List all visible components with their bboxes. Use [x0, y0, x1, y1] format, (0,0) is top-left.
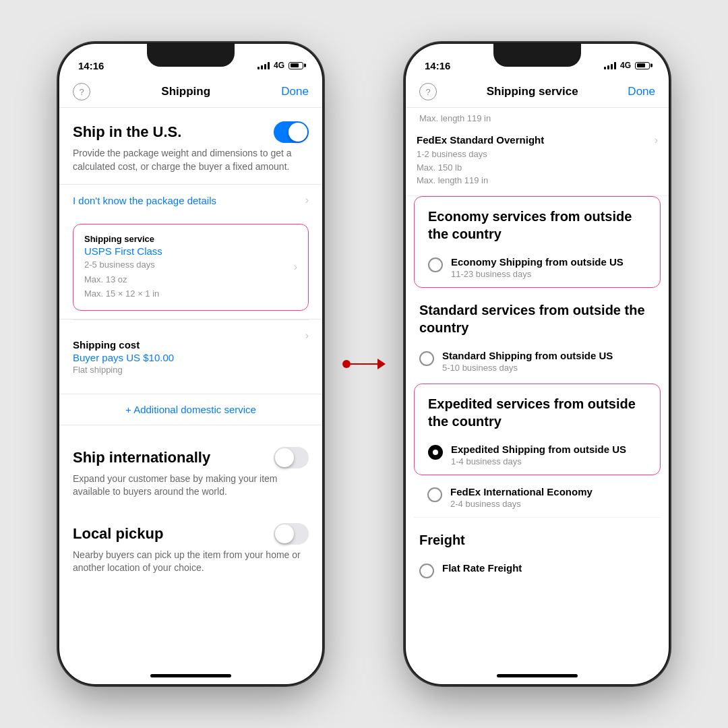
economy-section-header: Economy services from outside the countr…: [415, 197, 660, 248]
cost-value: Buyer pays US $10.00: [73, 352, 174, 363]
help-button-1[interactable]: ?: [73, 83, 90, 100]
done-button-2[interactable]: Done: [628, 85, 655, 98]
shipping-cost-section: Shipping cost Buyer pays US $10.00 Flat …: [59, 319, 322, 394]
local-pickup-title: Local pickup: [73, 525, 163, 543]
economy-section-card: Economy services from outside the countr…: [414, 196, 661, 288]
service-detail-2: Max. 13 oz: [84, 273, 162, 286]
economy-shipping-item[interactable]: Economy Shipping from outside US 11-23 b…: [415, 248, 660, 287]
add-service-button[interactable]: + Additional domestic service: [59, 394, 322, 425]
arrow-dot: [342, 360, 351, 368]
standard-radio[interactable]: [419, 351, 434, 366]
phone-notch-2: [493, 44, 581, 67]
service-label: Shipping service: [84, 234, 162, 244]
arrow-head: [377, 359, 386, 369]
chevron-icon-fedex: ›: [655, 134, 658, 146]
ship-us-desc: Provide the package weight and dimension…: [59, 147, 322, 184]
ship-intl-desc: Expand your customer base by making your…: [59, 473, 322, 510]
nav-title-1: Shipping: [161, 85, 210, 98]
expedited-section-title: Expedited services from outside the coun…: [428, 395, 646, 430]
cost-title: Shipping cost: [73, 330, 174, 351]
freight-radio[interactable]: [419, 564, 434, 578]
expedited-shipping-sub: 1-4 business days: [451, 456, 626, 466]
chevron-icon-package: ›: [305, 194, 309, 206]
fedex-intl-economy-sub: 2-4 business days: [450, 499, 593, 509]
ship-us-title: Ship in the U.S.: [73, 123, 181, 141]
ship-us-header: Ship in the U.S.: [59, 108, 322, 147]
phone-1: 14:16 4G ? Shipping Done Ship in the U.S…: [59, 44, 322, 684]
status-icons-2: 4G: [604, 61, 650, 70]
battery-icon-1: [289, 62, 303, 69]
phone-2: 14:16 4G ? Shipping service Done Max. le…: [406, 44, 669, 684]
signal-icon-1: [257, 61, 270, 69]
screen-content-1: Ship in the U.S. Provide the package wei…: [59, 108, 322, 674]
service-name: USPS First Class: [84, 245, 162, 257]
freight-section-header: Freight: [414, 520, 661, 554]
standard-shipping-item[interactable]: Standard Shipping from outside US 5-10 b…: [414, 342, 661, 381]
transition-arrow: [342, 359, 386, 369]
fedex-overnight-title: FedEx Standard Overnight: [417, 134, 655, 146]
local-pickup-desc: Nearby buyers can pick up the item from …: [59, 549, 322, 586]
economy-shipping-title: Economy Shipping from outside US: [451, 256, 624, 268]
fedex-overnight-sub: 1-2 business days Max. 150 lb Max. lengt…: [417, 148, 655, 187]
freight-section-title: Freight: [419, 531, 647, 549]
ship-us-toggle[interactable]: [274, 121, 309, 143]
chevron-icon-cost: ›: [305, 330, 309, 342]
chevron-icon-service: ›: [294, 261, 297, 273]
battery-icon-2: [635, 62, 650, 69]
screen-content-2: Max. length 119 in FedEx Standard Overni…: [406, 108, 669, 674]
freight-section: Freight Flat Rate Freight: [406, 520, 669, 586]
ship-intl-header: Ship internationally: [59, 433, 322, 473]
help-button-2[interactable]: ?: [419, 83, 437, 100]
package-link-label: I don't know the package details: [73, 195, 216, 206]
arrow-line: [351, 363, 377, 365]
max-length-note: Max. length 119 in: [406, 108, 669, 126]
signal-icon-2: [604, 61, 616, 69]
expedited-shipping-item[interactable]: Expedited Shipping from outside US 1-4 b…: [415, 435, 660, 475]
ship-intl-toggle[interactable]: [274, 447, 309, 468]
service-detail-3: Max. 15 × 12 × 1 in: [84, 287, 162, 301]
economy-shipping-sub: 11-23 business days: [451, 269, 624, 279]
standard-shipping-sub: 5-10 business days: [442, 363, 613, 373]
status-time-2: 14:16: [425, 60, 450, 71]
home-indicator-1: [150, 674, 231, 677]
ship-intl-title: Ship internationally: [73, 449, 210, 466]
fedex-intl-economy-item[interactable]: FedEx International Economy 2-4 business…: [414, 478, 661, 518]
nav-bar-1: ? Shipping Done: [59, 78, 322, 108]
phone-notch-1: [147, 44, 235, 67]
local-pickup-header: Local pickup: [59, 510, 322, 549]
shipping-service-card[interactable]: Shipping service USPS First Class 2-5 bu…: [73, 224, 309, 311]
status-icons-1: 4G: [257, 61, 303, 70]
cost-row[interactable]: Shipping cost Buyer pays US $10.00 Flat …: [73, 320, 309, 394]
flat-rate-freight-title: Flat Rate Freight: [442, 562, 522, 574]
fedex-intl-economy-title: FedEx International Economy: [450, 486, 593, 497]
expedited-radio[interactable]: [428, 445, 443, 460]
package-link[interactable]: I don't know the package details ›: [59, 184, 322, 216]
expedited-section-header: Expedited services from outside the coun…: [415, 384, 660, 435]
network-label-1: 4G: [274, 61, 284, 70]
arrow: [342, 359, 386, 369]
economy-section-title: Economy services from outside the countr…: [428, 208, 646, 243]
standard-section-card: Standard services from outside the count…: [414, 291, 661, 381]
network-label-2: 4G: [620, 61, 631, 70]
status-time-1: 14:16: [78, 60, 104, 71]
done-button-1[interactable]: Done: [281, 85, 309, 98]
nav-title-2: Shipping service: [487, 85, 578, 98]
standard-shipping-title: Standard Shipping from outside US: [442, 350, 613, 361]
standard-section-title: Standard services from outside the count…: [419, 301, 647, 336]
local-pickup-toggle[interactable]: [274, 523, 309, 545]
cost-sub: Flat shipping: [73, 365, 174, 384]
flat-rate-freight-item[interactable]: Flat Rate Freight: [414, 554, 661, 586]
expedited-shipping-title: Expedited Shipping from outside US: [451, 444, 626, 455]
service-detail-1: 2-5 business days: [84, 258, 162, 272]
expedited-section-card: Expedited services from outside the coun…: [414, 384, 661, 475]
economy-radio[interactable]: [428, 257, 443, 272]
home-indicator-2: [497, 674, 578, 677]
fedex-intl-radio[interactable]: [427, 487, 442, 502]
fedex-standard-overnight[interactable]: FedEx Standard Overnight 1-2 business da…: [406, 126, 669, 196]
nav-bar-2: ? Shipping service Done: [406, 78, 669, 108]
standard-section-header: Standard services from outside the count…: [414, 291, 661, 342]
service-card-info: Shipping service USPS First Class 2-5 bu…: [84, 234, 162, 301]
